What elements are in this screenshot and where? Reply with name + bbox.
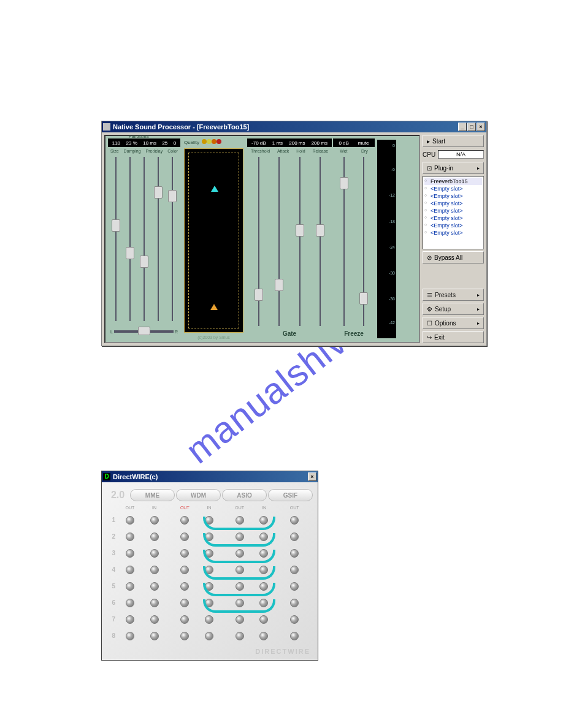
maximize-button[interactable]: □ [467,123,476,131]
meter-tick: -6 [391,167,395,172]
slider-dry[interactable] [359,157,368,326]
cable[interactable] [203,599,275,613]
jack[interactable] [150,599,159,607]
start-button[interactable]: ▸ Start [423,135,484,147]
close-button[interactable]: × [308,472,316,481]
cable[interactable] [203,566,275,580]
label-wet: Wet [340,149,347,153]
plugin-label: Plug-in [434,165,453,172]
jack[interactable] [205,615,213,624]
jack[interactable] [290,516,299,525]
jack[interactable] [126,549,134,558]
tab-wdm[interactable]: WDM [176,489,221,501]
jack[interactable] [150,549,159,558]
quality-display [184,148,243,333]
slider-panorama[interactable] [114,330,174,333]
close-button[interactable]: × [477,123,485,131]
jack[interactable] [290,566,299,574]
jack[interactable] [180,516,189,525]
port-label: IN [197,506,221,510]
slot-item[interactable]: <Empty slot> [424,185,482,192]
panorama-label: Panorama [129,134,148,138]
slider-release[interactable] [316,157,324,326]
jack[interactable] [180,615,189,624]
slider-threshold[interactable] [255,157,263,326]
slot-item[interactable]: <Empty slot> [424,207,482,214]
jack[interactable] [150,582,159,591]
jack[interactable] [236,632,244,640]
cable[interactable] [203,550,275,563]
cpu-label: CPU [423,151,435,158]
jack[interactable] [126,566,134,574]
titlebar[interactable]: Native Sound Processor - [FreeverbToo15]… [102,121,486,132]
slot-item[interactable]: <Empty slot> [424,214,482,222]
jack[interactable] [150,566,159,574]
slider-predelay[interactable] [140,157,148,321]
slot-item[interactable]: <Empty slot> [424,200,482,207]
cable[interactable] [203,533,275,547]
panorama-l: L [110,330,113,334]
slot-item[interactable]: <Empty slot> [424,222,482,229]
jack[interactable] [180,549,189,558]
jack[interactable] [126,582,134,591]
minimize-button[interactable]: _ [458,123,467,131]
tab-mme[interactable]: MME [130,489,175,501]
jack[interactable] [126,533,134,541]
gate-section: -70 dB 1 ms 200 ms 200 ms Threshold Atta… [247,138,332,339]
presets-button[interactable]: ☰ Presets ▸ [423,289,484,301]
gate-footer: Gate [247,328,332,339]
jack[interactable] [126,516,134,525]
label-predelay: Predelay [146,149,163,153]
jack[interactable] [150,533,159,541]
tab-asio[interactable]: ASIO [222,489,267,501]
slider-wet[interactable] [340,157,348,326]
titlebar[interactable]: D DirectWIRE(c) × [102,471,318,482]
jack[interactable] [290,615,299,624]
jack[interactable] [290,549,299,558]
slot-item[interactable]: <Empty slot> [424,192,482,200]
jack[interactable] [180,582,189,591]
jack[interactable] [259,615,268,624]
quality-icons[interactable] [202,139,221,145]
quality-label: Quality [184,140,199,145]
jack[interactable] [126,599,134,607]
slider-attack[interactable] [275,157,283,326]
jack[interactable] [205,632,213,640]
plugin-button[interactable]: ⊡ Plug-in ▸ [423,162,484,174]
slot-item[interactable]: FreeverbToo15 [424,178,482,185]
slot-item[interactable]: <Empty slot> [424,229,482,237]
jack[interactable] [126,632,134,640]
jack[interactable] [180,533,189,541]
jack[interactable] [290,533,299,541]
port-label-off: OUT [172,506,197,510]
slider-damping[interactable] [126,157,134,321]
slider-size[interactable] [112,157,120,321]
tab-gsif[interactable]: GSIF [268,489,313,501]
presets-icon: ☰ [427,292,432,298]
cable[interactable] [203,583,275,596]
jack[interactable] [180,566,189,574]
jack[interactable] [150,615,159,624]
jack[interactable] [290,599,299,607]
slot-list[interactable]: FreeverbToo15 <Empty slot> <Empty slot> … [423,176,484,249]
jack[interactable] [180,599,189,607]
version-label: 2.0 [107,490,129,501]
jack[interactable] [150,516,159,525]
jack[interactable] [259,632,268,640]
slider-color-a[interactable] [154,157,163,321]
cable[interactable] [203,517,275,530]
jack[interactable] [290,632,299,640]
slider-color-b[interactable] [168,157,177,321]
flame-icon [210,304,218,310]
jack[interactable] [236,615,244,624]
setup-button[interactable]: ⚙ Setup ▸ [423,303,484,315]
exit-button[interactable]: ↪ Exit [423,331,484,343]
readout-dry: mute [358,140,369,146]
jack[interactable] [180,632,189,640]
slider-hold[interactable] [296,157,304,326]
bypass-all-button[interactable]: ⊘ Bypass All [423,251,484,264]
jack[interactable] [126,615,134,624]
jack[interactable] [290,582,299,591]
jack[interactable] [150,632,159,640]
options-button[interactable]: ☐ Options ▸ [423,317,484,329]
